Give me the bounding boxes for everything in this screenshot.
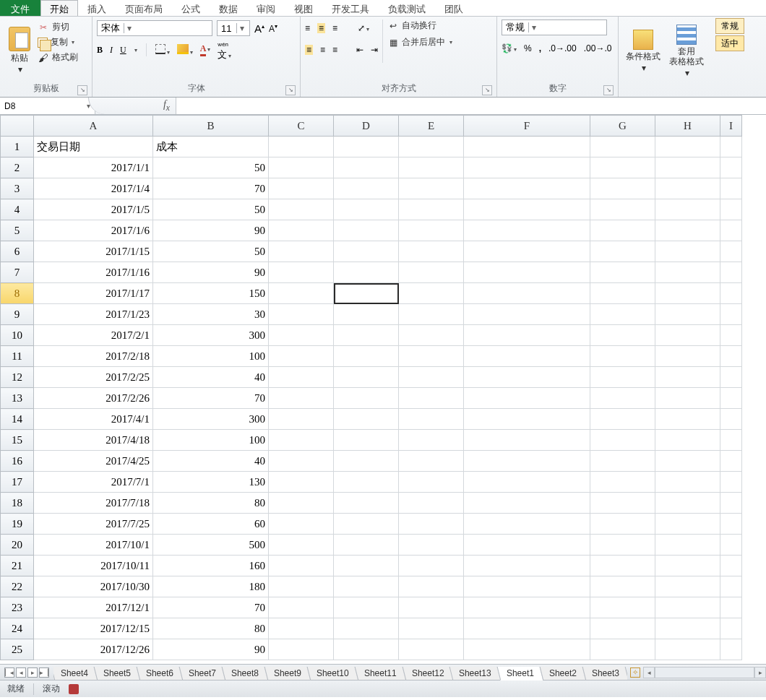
col-header-E[interactable]: E bbox=[399, 116, 464, 137]
menu-tab-页面布局[interactable]: 页面布局 bbox=[116, 0, 172, 16]
orientation-button[interactable]: ⤢ bbox=[358, 23, 369, 33]
cell-E2[interactable] bbox=[399, 157, 464, 178]
cell-C23[interactable] bbox=[269, 597, 334, 618]
cell-E6[interactable] bbox=[399, 241, 464, 262]
cell-C24[interactable] bbox=[269, 618, 334, 639]
cell-A23[interactable]: 2017/12/1 bbox=[34, 597, 153, 618]
cell-G16[interactable] bbox=[590, 451, 655, 472]
cell-B24[interactable]: 80 bbox=[153, 618, 269, 639]
cell-E10[interactable] bbox=[399, 325, 464, 346]
cell-G2[interactable] bbox=[590, 157, 655, 178]
cell-D16[interactable] bbox=[334, 451, 399, 472]
formula-input[interactable] bbox=[176, 98, 766, 114]
cell-C4[interactable] bbox=[269, 199, 334, 220]
wrap-text-button[interactable]: ↩自动换行 bbox=[387, 20, 452, 32]
row-header-14[interactable]: 14 bbox=[1, 409, 34, 430]
cell-G10[interactable] bbox=[590, 325, 655, 346]
cell-C11[interactable] bbox=[269, 346, 334, 367]
cell-F22[interactable] bbox=[464, 576, 590, 597]
font-size-combo[interactable]: 11▾ bbox=[217, 20, 250, 36]
name-box[interactable]: D8 ▾ bbox=[0, 98, 95, 114]
cell-A10[interactable]: 2017/2/1 bbox=[34, 325, 153, 346]
cell-A12[interactable]: 2017/2/25 bbox=[34, 367, 153, 388]
cell-E4[interactable] bbox=[399, 199, 464, 220]
row-header-5[interactable]: 5 bbox=[1, 220, 34, 241]
sheet-tab-Sheet6[interactable]: Sheet6 bbox=[137, 667, 184, 680]
cell-F17[interactable] bbox=[464, 472, 590, 493]
cell-I11[interactable] bbox=[720, 346, 742, 367]
menu-tab-团队[interactable]: 团队 bbox=[435, 0, 473, 16]
cell-C13[interactable] bbox=[269, 388, 334, 409]
cell-A4[interactable]: 2017/1/5 bbox=[34, 199, 153, 220]
cell-I9[interactable] bbox=[720, 304, 742, 325]
cell-A16[interactable]: 2017/4/25 bbox=[34, 451, 153, 472]
cell-D10[interactable] bbox=[334, 325, 399, 346]
row-header-4[interactable]: 4 bbox=[1, 199, 34, 220]
menu-tab-开始[interactable]: 开始 bbox=[40, 0, 78, 16]
cell-F1[interactable] bbox=[464, 137, 590, 157]
sheet-nav-first[interactable]: ▏◂ bbox=[4, 667, 14, 678]
menu-tab-负载测试[interactable]: 负载测试 bbox=[379, 0, 435, 16]
cell-G3[interactable] bbox=[590, 178, 655, 199]
cell-I21[interactable] bbox=[720, 556, 742, 576]
align-left-button[interactable]: ≡ bbox=[305, 45, 313, 55]
cell-D24[interactable] bbox=[334, 618, 399, 639]
format-as-table-button[interactable]: 套用 表格格式▾ bbox=[666, 20, 707, 83]
number-launcher[interactable]: ↘ bbox=[603, 85, 614, 95]
cell-A25[interactable]: 2017/12/26 bbox=[34, 639, 153, 660]
cell-F5[interactable] bbox=[464, 220, 590, 241]
cell-A18[interactable]: 2017/7/18 bbox=[34, 493, 153, 514]
cell-C9[interactable] bbox=[269, 304, 334, 325]
cell-style-normal[interactable]: 常规 bbox=[715, 18, 744, 34]
row-header-16[interactable]: 16 bbox=[1, 451, 34, 472]
cell-E20[interactable] bbox=[399, 535, 464, 556]
cell-E21[interactable] bbox=[399, 556, 464, 576]
cell-C14[interactable] bbox=[269, 409, 334, 430]
cell-D3[interactable] bbox=[334, 178, 399, 199]
row-header-24[interactable]: 24 bbox=[1, 618, 34, 639]
cell-A5[interactable]: 2017/1/6 bbox=[34, 220, 153, 241]
italic-button[interactable]: I bbox=[110, 45, 113, 56]
cell-E25[interactable] bbox=[399, 639, 464, 660]
hscroll-left[interactable]: ◂ bbox=[643, 667, 655, 678]
cell-I15[interactable] bbox=[720, 430, 742, 451]
menu-tab-公式[interactable]: 公式 bbox=[172, 0, 210, 16]
cell-B14[interactable]: 300 bbox=[153, 409, 269, 430]
grow-font-button[interactable]: A▴ bbox=[254, 22, 264, 35]
row-header-13[interactable]: 13 bbox=[1, 388, 34, 409]
cell-F10[interactable] bbox=[464, 325, 590, 346]
font-color-button[interactable]: A bbox=[200, 43, 211, 56]
cell-F23[interactable] bbox=[464, 597, 590, 618]
cell-F21[interactable] bbox=[464, 556, 590, 576]
cell-G23[interactable] bbox=[590, 597, 655, 618]
currency-button[interactable]: 💱 bbox=[502, 43, 517, 53]
cell-H24[interactable] bbox=[655, 618, 720, 639]
comma-button[interactable]: , bbox=[539, 43, 541, 53]
cell-H16[interactable] bbox=[655, 451, 720, 472]
cell-G1[interactable] bbox=[590, 137, 655, 157]
cell-D21[interactable] bbox=[334, 556, 399, 576]
cell-H1[interactable] bbox=[655, 137, 720, 157]
format-painter-button[interactable]: 🖌格式刷 bbox=[38, 51, 78, 64]
cell-E16[interactable] bbox=[399, 451, 464, 472]
cut-button[interactable]: ✂剪切 bbox=[38, 21, 78, 33]
number-format-combo[interactable]: 常规▾ bbox=[502, 20, 607, 35]
cell-G12[interactable] bbox=[590, 367, 655, 388]
cell-G17[interactable] bbox=[590, 472, 655, 493]
cell-I6[interactable] bbox=[720, 241, 742, 262]
cell-B23[interactable]: 70 bbox=[153, 597, 269, 618]
cell-H23[interactable] bbox=[655, 597, 720, 618]
cell-G18[interactable] bbox=[590, 493, 655, 514]
align-center-button[interactable]: ≡ bbox=[320, 45, 325, 55]
cell-B13[interactable]: 70 bbox=[153, 388, 269, 409]
cell-D20[interactable] bbox=[334, 535, 399, 556]
clipboard-launcher[interactable]: ↘ bbox=[77, 85, 87, 95]
cell-E24[interactable] bbox=[399, 618, 464, 639]
cell-H6[interactable] bbox=[655, 241, 720, 262]
cell-D22[interactable] bbox=[334, 576, 399, 597]
cell-I1[interactable] bbox=[720, 137, 742, 157]
cell-I17[interactable] bbox=[720, 472, 742, 493]
cell-I5[interactable] bbox=[720, 220, 742, 241]
cell-D17[interactable] bbox=[334, 472, 399, 493]
cell-D5[interactable] bbox=[334, 220, 399, 241]
